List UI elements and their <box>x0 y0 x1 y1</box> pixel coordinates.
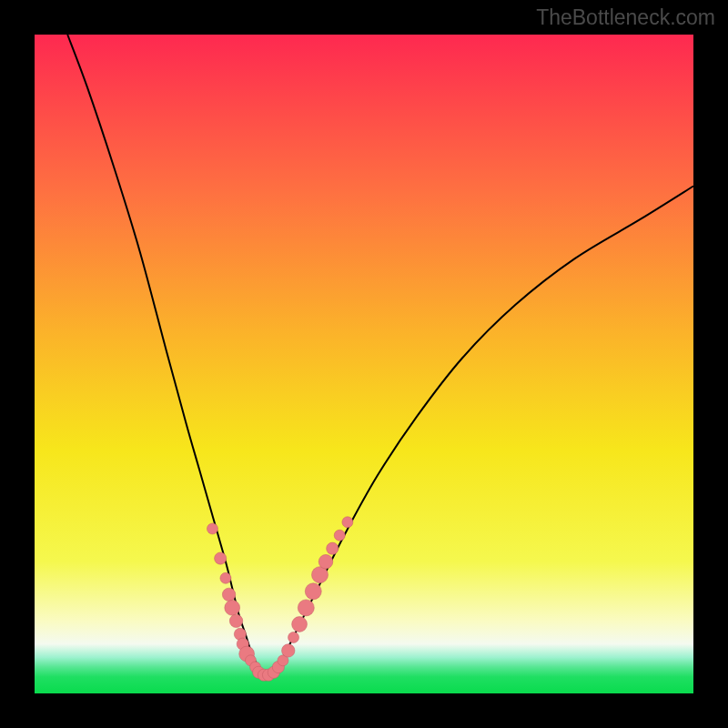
curve-marker <box>220 572 231 583</box>
curve-marker <box>292 617 308 632</box>
curve-marker <box>207 523 217 534</box>
watermark-text: TheBottleneck.com <box>536 5 715 30</box>
curve-marker <box>225 600 240 615</box>
curve-marker <box>215 552 227 564</box>
curve-marker <box>229 614 242 627</box>
curve-marker <box>327 542 339 554</box>
curve-marker <box>282 644 295 657</box>
curve-marker <box>318 554 333 569</box>
curve-marker <box>311 567 328 583</box>
curve-marker <box>288 632 299 642</box>
curve-marker <box>342 517 353 528</box>
curve-marker <box>334 530 345 541</box>
bottleneck-chart <box>0 0 728 728</box>
curve-marker <box>222 588 235 601</box>
curve-marker <box>298 600 314 616</box>
plot-background <box>35 35 693 693</box>
chart-frame: TheBottleneck.com <box>0 0 728 728</box>
curve-marker <box>305 583 321 600</box>
